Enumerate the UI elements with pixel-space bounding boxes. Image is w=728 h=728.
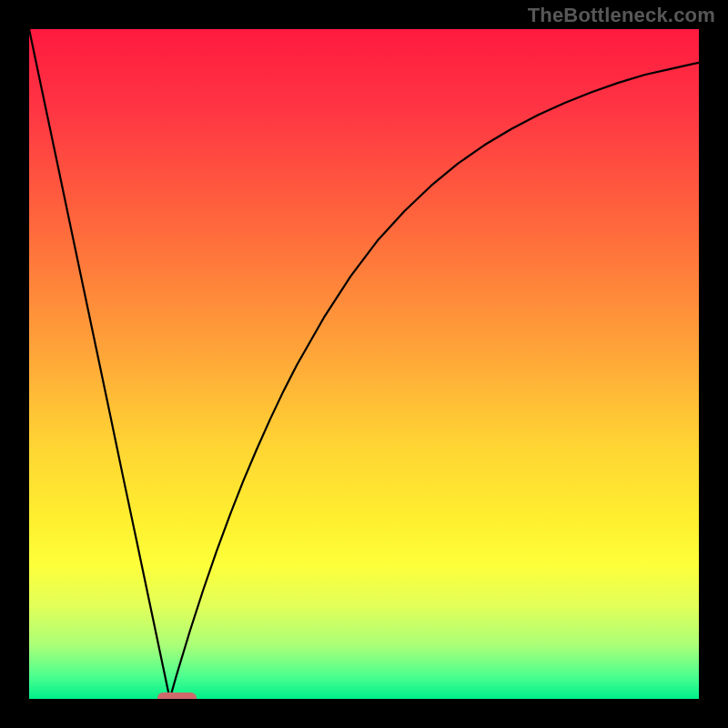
chart-frame: TheBottleneck.com (0, 0, 728, 728)
plot-area (29, 29, 699, 699)
watermark-label: TheBottleneck.com (528, 4, 715, 27)
bottleneck-curve (29, 29, 699, 699)
optimum-marker (157, 693, 197, 699)
